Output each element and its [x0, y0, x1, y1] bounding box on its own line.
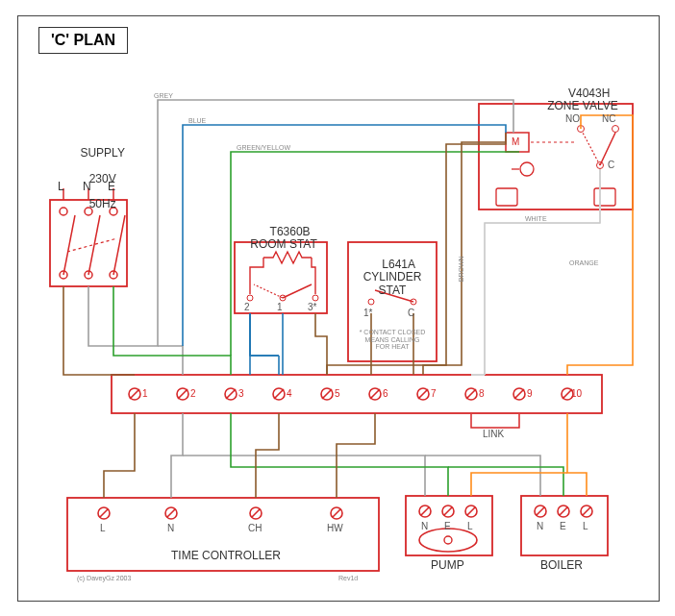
cyl-note: * CONTACT CLOSED MEANS CALLING FOR HEAT [354, 329, 431, 351]
svg-line-40 [583, 133, 600, 165]
svg-point-25 [247, 295, 253, 301]
room-stat-label: T6360BROOM STAT [240, 213, 327, 264]
wire-brown: BROWN [458, 256, 465, 282]
jb-4: 4 [287, 388, 292, 399]
zv-C: C [608, 160, 614, 170]
rs-t1: 1 [277, 302, 283, 312]
pump-N: N [421, 521, 428, 531]
svg-line-29 [254, 284, 283, 298]
wire-blue: BLUE [188, 117, 206, 125]
jb-1: 1 [142, 388, 148, 399]
jb-10: 10 [571, 388, 582, 399]
svg-line-14 [67, 238, 117, 252]
zv-NO: NO [565, 113, 580, 124]
tc-HW: HW [327, 523, 343, 533]
cs-t1: 1* [363, 308, 372, 318]
svg-line-28 [283, 284, 312, 298]
pump-L: L [467, 521, 473, 531]
zv-NC: NC [602, 113, 615, 124]
svg-point-37 [612, 126, 619, 133]
cs-tc: C [408, 308, 414, 318]
supply-L: L [58, 181, 64, 193]
pump-label: PUMP [431, 559, 464, 572]
tc-label: TIME CONTROLLER [154, 550, 298, 562]
supply-E: E [108, 181, 115, 193]
pump-E: E [444, 521, 451, 531]
svg-point-22 [444, 536, 452, 544]
zv-M: M [512, 136, 519, 147]
svg-rect-44 [496, 188, 517, 206]
svg-rect-45 [594, 188, 615, 206]
jb-7: 7 [431, 388, 437, 399]
tc-CH: CH [248, 523, 262, 533]
boiler-label: BOILER [540, 559, 583, 572]
wire-gy: GREEN/YELLOW [237, 144, 290, 152]
junction-strip [112, 375, 602, 428]
jb-6: 6 [383, 388, 388, 399]
jb-3: 3 [238, 388, 244, 399]
wire-grey: GREY [154, 92, 173, 100]
tc-N: N [167, 523, 174, 533]
boiler-L: L [583, 521, 588, 531]
wire-orange: ORANGE [569, 259, 598, 267]
cyl-stat-label: L641ACYLINDER STAT [354, 246, 431, 309]
jb-5: 5 [335, 388, 340, 399]
jb-8: 8 [479, 388, 485, 399]
jb-2: 2 [190, 388, 196, 399]
jb-9: 9 [527, 388, 533, 399]
svg-point-21 [419, 529, 477, 552]
supply-label: SUPPLY 230V 50Hz [58, 135, 135, 223]
supply-N: N [83, 181, 91, 193]
wire-white: WHITE [525, 215, 547, 223]
svg-line-11 [63, 215, 75, 275]
rs-t2: 2 [244, 302, 250, 312]
diagram-canvas: 'C' PLAN [0, 0, 675, 616]
boiler-E: E [560, 521, 566, 531]
link-label: LINK [483, 429, 504, 439]
tc-L: L [100, 523, 106, 533]
svg-point-27 [312, 295, 318, 301]
boiler-N: N [537, 521, 543, 531]
footnote-left: (c) DaveyGz 2003 [77, 575, 131, 582]
rs-t3: 3* [308, 302, 316, 312]
zone-valve-label: V4043HZONE VALVE [535, 75, 631, 126]
footnote-right: Rev1d [338, 575, 358, 582]
svg-line-13 [113, 215, 125, 275]
svg-point-42 [520, 162, 534, 176]
